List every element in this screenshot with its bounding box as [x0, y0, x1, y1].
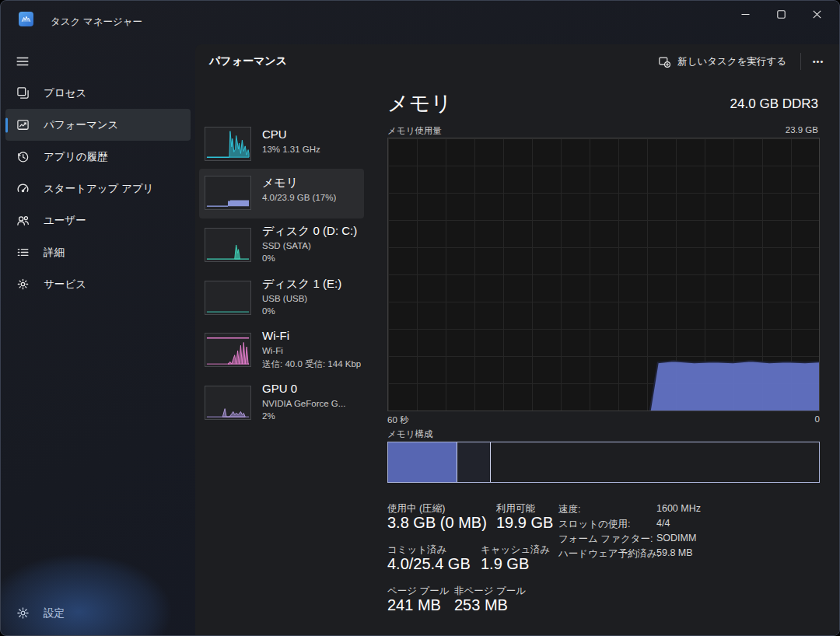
stat-value: 253 MB	[454, 596, 508, 614]
details-icon	[16, 246, 30, 259]
sidebar-item-label: 設定	[44, 606, 65, 620]
stat-value: 3.8 GB (0 MB)	[387, 514, 487, 532]
detail-label: ハードウェア予約済み:	[558, 547, 660, 561]
perf-card-title: メモリ	[262, 176, 298, 190]
sidebar-item-label: サービス	[44, 278, 86, 292]
page-header: パフォーマンス 新しいタスクを実行する •••	[195, 44, 839, 79]
startup-icon	[16, 182, 30, 195]
usage-graph-max: 23.9 GB	[786, 125, 818, 135]
sidebar-item-app-history[interactable]: アプリの履歴	[5, 141, 191, 173]
detail-value: 1600 MHz	[656, 503, 701, 514]
wifi-mini-graph	[205, 333, 251, 367]
window-title: タスク マネージャー	[51, 16, 142, 29]
perf-card-gpu0[interactable]: GPU 0 NVIDIA GeForce G... 2%	[199, 379, 364, 429]
hamburger-icon[interactable]	[9, 47, 37, 75]
sidebar: プロセス パフォーマンス アプリの履歴 スタートアップ アプリ	[1, 44, 195, 635]
perf-card-stat: 2%	[262, 411, 275, 421]
content-area: パフォーマンス 新しいタスクを実行する ••• CPU 13% 1.31 GHz	[195, 44, 839, 635]
perf-card-stat: 送信: 40.0 受信: 144 Kbp	[262, 358, 361, 370]
memory-usage-graph	[387, 138, 820, 411]
performance-list: CPU 13% 1.31 GHz メモリ 4.0/23.9 GB (17%)	[195, 79, 374, 635]
minimize-button[interactable]	[727, 1, 763, 27]
sidebar-item-performance[interactable]: パフォーマンス	[5, 109, 191, 141]
processes-icon	[16, 86, 30, 100]
composition-standby-segment	[457, 442, 491, 482]
services-icon	[16, 278, 30, 291]
sidebar-item-processes[interactable]: プロセス	[5, 77, 191, 109]
perf-card-title: ディスク 0 (D: C:)	[262, 224, 357, 239]
sidebar-item-label: 詳細	[44, 246, 65, 260]
perf-card-title: CPU	[262, 128, 287, 141]
header-divider	[800, 53, 801, 70]
perf-card-disk1[interactable]: ディスク 1 (E:) USB (USB) 0%	[199, 274, 364, 324]
composition-free-segment	[491, 442, 819, 482]
sidebar-item-settings[interactable]: 設定	[10, 597, 191, 629]
stat-value: 19.9 GB	[496, 514, 553, 532]
detail-title: メモリ	[387, 89, 452, 117]
detail-label: スロットの使用:	[558, 518, 630, 531]
memory-detail-pane: メモリ 24.0 GB DDR3 メモリ使用量 23.9 GB 60 秒 0 メ…	[374, 79, 839, 635]
perf-card-stat: Wi-Fi	[262, 346, 283, 355]
settings-gear-icon	[16, 606, 30, 620]
perf-card-cpu[interactable]: CPU 13% 1.31 GHz	[199, 122, 364, 169]
memory-composition-bar	[387, 442, 820, 483]
close-button[interactable]	[799, 1, 835, 27]
run-new-task-label: 新しいタスクを実行する	[677, 55, 786, 68]
task-manager-window: タスク マネージャー プロセス	[0, 0, 840, 636]
task-manager-app-icon	[19, 12, 33, 26]
detail-value: 4/4	[656, 518, 670, 529]
gpu0-mini-graph	[205, 386, 251, 420]
titlebar: タスク マネージャー	[1, 1, 839, 44]
perf-card-stat: USB (USB)	[262, 294, 307, 303]
memory-mini-graph	[205, 176, 251, 210]
history-icon	[16, 150, 30, 163]
sidebar-item-label: アプリの履歴	[44, 150, 107, 164]
disk1-mini-graph	[205, 281, 251, 315]
time-axis-right: 0	[387, 414, 820, 424]
detail-label: 速度:	[558, 503, 580, 516]
cpu-mini-graph	[205, 127, 251, 161]
composition-in-use-segment	[388, 442, 457, 482]
run-new-task-button[interactable]: 新しいタスクを実行する	[650, 50, 794, 73]
disk0-mini-graph	[205, 228, 251, 262]
perf-card-wifi[interactable]: Wi-Fi Wi-Fi 送信: 40.0 受信: 144 Kbp	[199, 327, 364, 376]
more-options-button[interactable]: •••	[805, 50, 831, 73]
stat-value: 1.9 GB	[481, 555, 529, 573]
perf-card-stat: 4.0/23.9 GB (17%)	[262, 193, 336, 202]
sidebar-item-details[interactable]: 詳細	[5, 236, 191, 268]
sidebar-item-label: ユーザー	[44, 214, 86, 228]
sidebar-item-label: パフォーマンス	[44, 118, 118, 132]
stat-value: 241 MB	[387, 596, 441, 614]
detail-value: SODIMM	[656, 533, 696, 543]
sidebar-item-users[interactable]: ユーザー	[5, 204, 191, 236]
detail-label: フォーム ファクター:	[558, 533, 653, 546]
perf-card-stat: 0%	[262, 253, 275, 263]
run-new-task-icon	[658, 55, 670, 68]
usage-graph-label: メモリ使用量	[387, 125, 442, 137]
perf-card-title: ディスク 1 (E:)	[262, 277, 341, 292]
page-title: パフォーマンス	[209, 54, 287, 68]
sidebar-item-startup-apps[interactable]: スタートアップ アプリ	[5, 173, 191, 204]
perf-card-disk0[interactable]: ディスク 0 (D: C:) SSD (SATA) 0%	[199, 222, 364, 271]
maximize-button[interactable]	[763, 1, 799, 27]
performance-icon	[16, 118, 30, 131]
perf-card-memory[interactable]: メモリ 4.0/23.9 GB (17%)	[199, 169, 364, 218]
sidebar-item-services[interactable]: サービス	[5, 268, 191, 300]
perf-card-stat: NVIDIA GeForce G...	[262, 399, 345, 408]
users-icon	[16, 214, 30, 227]
memory-capacity: 24.0 GB DDR3	[730, 96, 818, 112]
sidebar-item-label: プロセス	[44, 86, 86, 100]
perf-card-stat: SSD (SATA)	[262, 241, 311, 250]
stat-value: 4.0/25.4 GB	[387, 555, 471, 573]
perf-card-stat: 0%	[262, 306, 275, 316]
perf-card-title: GPU 0	[262, 382, 297, 395]
detail-value: 59.8 MB	[656, 547, 693, 558]
composition-label: メモリ構成	[387, 428, 432, 440]
perf-card-title: Wi-Fi	[262, 329, 289, 342]
perf-card-stat: 13% 1.31 GHz	[262, 145, 320, 154]
sidebar-item-label: スタートアップ アプリ	[44, 182, 154, 196]
